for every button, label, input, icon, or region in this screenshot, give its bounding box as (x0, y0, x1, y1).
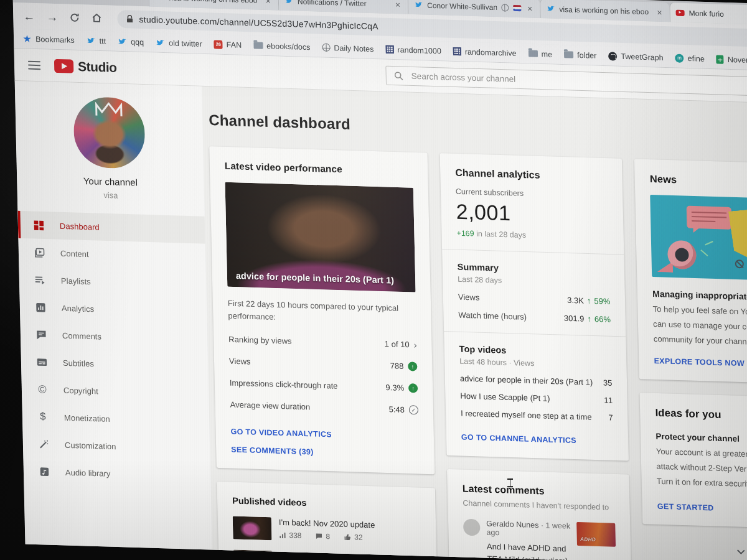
studio-logo[interactable]: Studio (54, 58, 117, 75)
dashboard-icon (32, 219, 45, 232)
latest-video-thumbnail[interactable]: advice for people in their 20s (Part 1) (225, 182, 415, 292)
page-title: Channel dashboard (209, 111, 747, 146)
folder-icon (253, 42, 263, 49)
up-arrow-icon: ↑ (587, 314, 591, 324)
bookmark-ebooks-docs[interactable]: ebooks/docs (253, 41, 311, 52)
performance-intro: First 22 days 10 hours compared to your … (228, 297, 416, 328)
channel-search[interactable] (385, 66, 747, 98)
summary-delta: 66% (594, 314, 611, 324)
card-title: Latest video performance (225, 161, 413, 177)
video-thumbnail[interactable] (233, 550, 273, 560)
close-icon[interactable]: × (655, 7, 664, 17)
views-bar-icon (279, 532, 286, 539)
close-icon[interactable]: × (393, 0, 403, 9)
top-video-row[interactable]: advice for people in their 20s (Part 1) … (460, 374, 613, 388)
sidebar-item-settings[interactable]: Settings (25, 542, 212, 560)
bookmark-efine[interactable]: mefine (675, 54, 704, 63)
speech-bubble-icon (687, 206, 732, 230)
stat-views: Views 788↑ (229, 352, 418, 376)
lock-icon (126, 14, 133, 23)
subscriber-count: 2,001 (456, 200, 608, 228)
star-icon: ★ (22, 34, 32, 43)
block-icon (735, 259, 744, 268)
gear-icon (40, 549, 52, 560)
sidebar-item-audio-library[interactable]: Audio library (23, 457, 210, 490)
subscriber-delta: +169 in last 28 days (456, 229, 609, 242)
stat-avg-view-duration: Average view duration 5:48✓ (230, 395, 418, 420)
tab-title: Conor White-Sullivan (427, 1, 497, 11)
bookmarks-menu[interactable]: ★Bookmarks (22, 34, 75, 44)
stat-impressions-ctr: Impressions click-through rate 9.3%↑ (229, 373, 418, 398)
comment-count: 8 (326, 532, 330, 541)
latest-video-performance-card: Latest video performance advice for peop… (209, 146, 435, 474)
bookmark-fan[interactable]: 26FAN (214, 40, 242, 49)
ideas-body-line: Turn it on for extra security (657, 477, 747, 490)
bookmark-random1000[interactable]: random1000 (385, 45, 441, 55)
go-to-channel-analytics-link[interactable]: GO TO CHANNEL ANALYTICS (461, 433, 576, 445)
explore-tools-now-link[interactable]: EXPLORE TOOLS NOW (654, 357, 745, 368)
published-video-row[interactable]: I'm back! Nov 2020 update 338 8 32 (233, 516, 421, 545)
close-icon[interactable]: × (264, 0, 273, 6)
chevron-down-icon[interactable] (737, 549, 747, 558)
bookmark-me[interactable]: me (528, 49, 552, 58)
card-title: Ideas for you (655, 407, 747, 424)
youtube-icon (675, 8, 684, 17)
video-thumbnail[interactable] (233, 516, 272, 541)
avatar (463, 519, 481, 536)
close-icon[interactable]: × (525, 3, 535, 13)
magic-wand-icon (37, 437, 50, 450)
tab-title: Monk furio (688, 9, 747, 21)
news-body-line: To help you feel safe on You (653, 304, 747, 318)
card-title: Channel analytics (455, 167, 608, 183)
fan-site-icon: 26 (214, 40, 223, 49)
home-button[interactable] (91, 12, 102, 24)
folder-icon (564, 51, 573, 58)
comment-row[interactable]: Geraldo Nunes 1 week ago And I have ADHD… (463, 519, 617, 560)
playlists-icon (34, 273, 46, 286)
copyright-icon: © (36, 383, 49, 396)
reload-button[interactable] (69, 12, 80, 22)
go-to-video-analytics-link[interactable]: GO TO VIDEO ANALYTICS (230, 427, 332, 439)
see-comments-link[interactable]: SEE COMMENTS (39) (231, 446, 314, 457)
twitter-icon (414, 1, 423, 9)
grid-icon (453, 47, 461, 55)
thumbs-up-icon (344, 533, 351, 541)
comment-icon (315, 533, 322, 539)
channel-avatar[interactable] (73, 96, 146, 169)
bookmark-old-twitter[interactable]: old twitter (156, 38, 202, 49)
top-video-row[interactable]: I recreated myself one step at a time 7 (461, 409, 613, 422)
forward-button[interactable]: → (46, 11, 58, 23)
bookmark-folder[interactable]: folder (564, 50, 597, 60)
comment-video-thumbnail[interactable]: ADHD (576, 522, 616, 547)
bookmark-qqq[interactable]: qqq (118, 37, 144, 47)
folder-icon (528, 50, 537, 57)
bookmark-tweetgraph[interactable]: TweetGraph (608, 52, 664, 62)
menu-icon[interactable] (28, 60, 40, 70)
published-video-row[interactable]: making bets on outcomes you can influenc… (233, 550, 422, 560)
view-count: 338 (289, 531, 301, 540)
search-input[interactable] (411, 72, 747, 92)
card-title: News (650, 173, 747, 189)
bookmark-randomarchive[interactable]: randomarchive (453, 47, 517, 57)
comments-subtitle: Channel comments I haven't responded to (463, 499, 615, 512)
dashboard-main: Channel dashboard Latest video performan… (202, 86, 747, 560)
analytics-icon (34, 301, 47, 314)
protect-your-channel-title: Protect your channel (655, 432, 747, 446)
news-card: News Managing inappropriate (634, 159, 747, 384)
bookmark-daily-notes[interactable]: Daily Notes (322, 43, 374, 53)
back-button[interactable]: ← (23, 10, 35, 22)
your-channel-label: Your channel (17, 174, 204, 190)
sidebar-item-label: Content (60, 248, 89, 258)
bookmark-november-bulk[interactable]: November bulk - (716, 55, 747, 65)
card-title: Latest comments (463, 483, 615, 499)
audio-library-icon (38, 465, 50, 478)
sidebar-item-label: Comments (62, 330, 101, 341)
bookmark-ttt[interactable]: ttt (87, 35, 106, 45)
get-started-link[interactable]: GET STARTED (657, 502, 714, 513)
studio-wordmark: Studio (78, 58, 117, 75)
top-video-views: 7 (608, 413, 613, 422)
grid-icon (385, 45, 393, 54)
top-video-row[interactable]: How I use Scapple (Pt 1) 11 (460, 391, 613, 405)
top-videos-title: Top videos (459, 344, 612, 358)
tab-visa-ebook-2[interactable]: visa is working on his eboo × (540, 0, 670, 22)
